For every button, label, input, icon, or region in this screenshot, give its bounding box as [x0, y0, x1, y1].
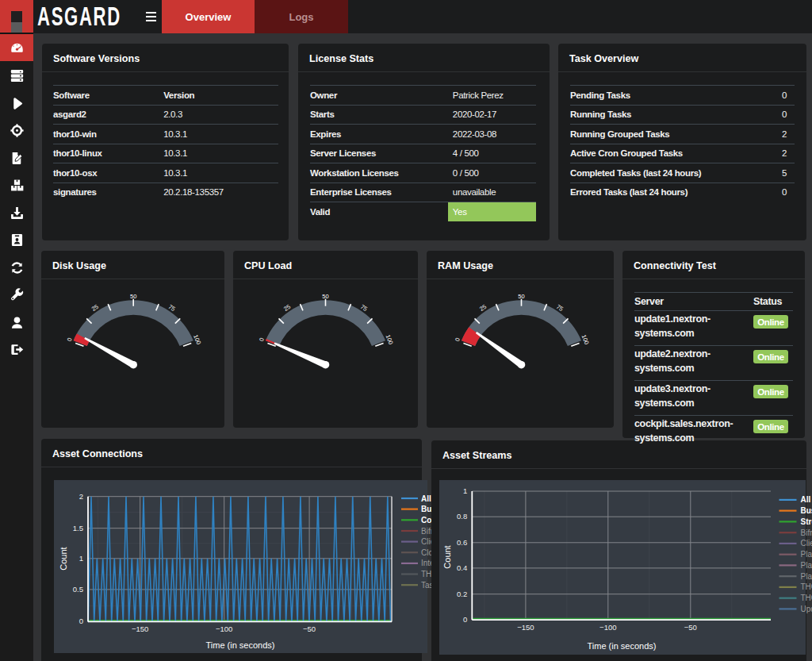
svg-text:−150: −150: [517, 623, 534, 632]
svg-text:100: 100: [580, 334, 591, 346]
svg-text:100: 100: [385, 334, 395, 346]
svg-text:−150: −150: [132, 624, 148, 633]
svg-text:Playbook Streams: Playbook Streams: [801, 550, 812, 559]
svg-text:0: 0: [258, 336, 266, 342]
svg-text:Stream Streams: Stream Streams: [801, 517, 812, 525]
svg-text:Count: Count: [442, 545, 452, 568]
svg-text:2: 2: [79, 492, 83, 501]
svg-text:−50: −50: [303, 624, 316, 633]
svg-text:Playbook Streams: Playbook Streams: [801, 571, 812, 580]
svg-text:Time (in seconds): Time (in seconds): [587, 641, 656, 651]
svg-text:0.8: 0.8: [457, 512, 467, 521]
svg-text:50: 50: [130, 293, 136, 300]
svg-text:−100: −100: [599, 623, 616, 632]
svg-text:Playbook Streams: Playbook Streams: [801, 560, 812, 569]
svg-text:Update Streams: Update Streams: [801, 604, 812, 613]
svg-text:100: 100: [192, 334, 202, 346]
svg-text:1: 1: [463, 486, 467, 495]
svg-text:0: 0: [463, 615, 467, 624]
svg-text:THOR Streams: THOR Streams: [801, 594, 812, 602]
svg-text:Count: Count: [59, 547, 68, 570]
svg-text:1: 1: [79, 554, 83, 563]
svg-text:1.5: 1.5: [73, 524, 83, 532]
svg-text:All Streams: All Streams: [801, 495, 812, 504]
svg-text:50: 50: [322, 293, 328, 300]
svg-text:Client Streams: Client Streams: [801, 539, 812, 548]
svg-text:0.6: 0.6: [457, 537, 467, 546]
svg-text:50: 50: [518, 293, 524, 300]
svg-text:Bus Streams: Bus Streams: [801, 506, 812, 515]
svg-text:0.4: 0.4: [457, 563, 467, 571]
svg-text:THOR Streams: THOR Streams: [801, 582, 812, 591]
svg-text:0.2: 0.2: [457, 589, 467, 598]
svg-text:0: 0: [66, 336, 74, 342]
svg-text:Bifrost Streams: Bifrost Streams: [801, 528, 812, 536]
svg-text:0.5: 0.5: [73, 585, 83, 594]
svg-text:−100: −100: [216, 624, 232, 633]
svg-text:0: 0: [79, 617, 83, 625]
svg-text:0: 0: [454, 336, 462, 342]
svg-text:−50: −50: [684, 623, 697, 632]
svg-text:Time (in seconds): Time (in seconds): [205, 640, 274, 650]
